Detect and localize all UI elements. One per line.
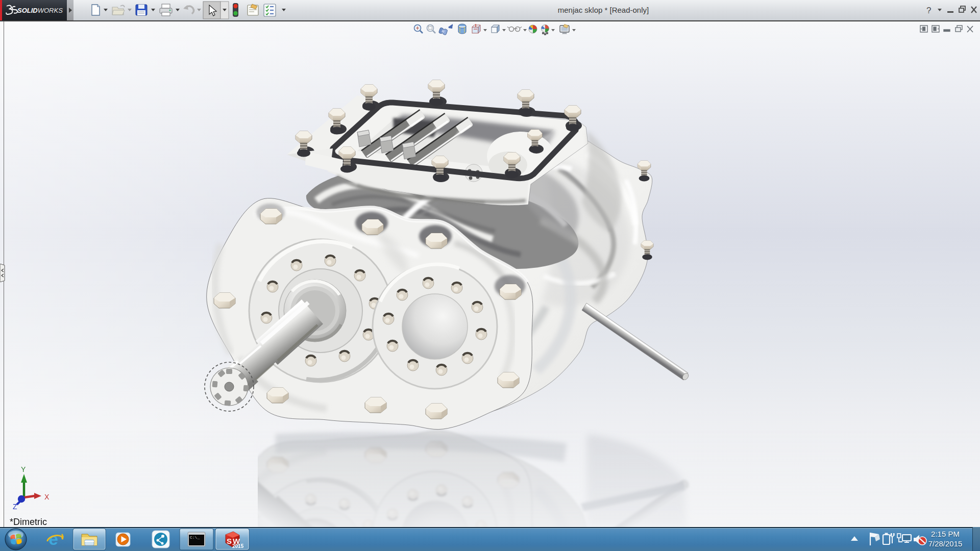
svg-text:X: X	[44, 493, 50, 501]
svg-text:S: S	[227, 537, 232, 545]
svg-text:?: ?	[926, 6, 931, 15]
svg-text:e: e	[48, 529, 58, 548]
svg-text:Z: Z	[13, 503, 17, 511]
svg-text:SOLIDWORKS: SOLIDWORKS	[17, 7, 63, 14]
svg-text:C:\_: C:\_	[190, 535, 200, 540]
svg-text:Y: Y	[21, 465, 26, 473]
svg-text:2015: 2015	[232, 543, 244, 549]
